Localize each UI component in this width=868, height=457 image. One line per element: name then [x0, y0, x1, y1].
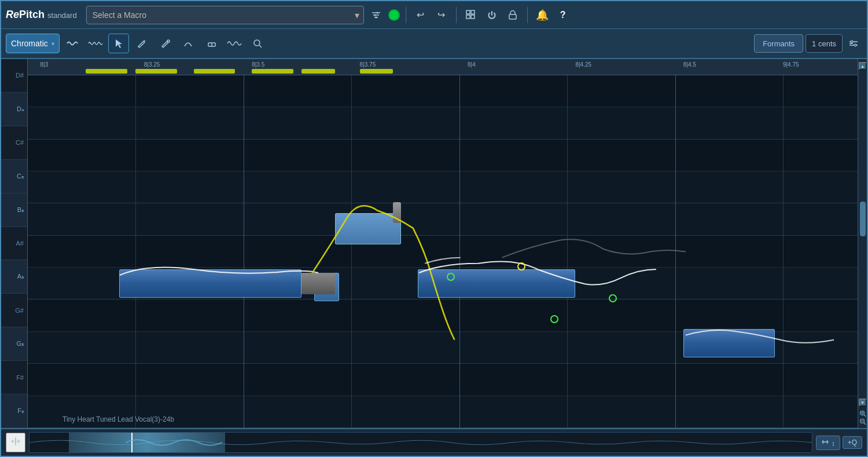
- piano-key-f3: F₃: [1, 394, 27, 428]
- timeline-marker-1: 8|3: [41, 61, 49, 68]
- undo-button[interactable]: ↩: [412, 6, 429, 24]
- timeline-highlight-6: [360, 69, 393, 74]
- waveform-strip[interactable]: [29, 432, 812, 453]
- divider-3: [527, 7, 528, 23]
- app-title: RePitch standard: [6, 9, 77, 21]
- pointer-tool-button[interactable]: [108, 34, 129, 53]
- search-button[interactable]: [247, 34, 268, 53]
- piano-key-fs: F#: [1, 361, 27, 394]
- scroll-thumb[interactable]: [860, 202, 866, 236]
- piano-key-as: A#: [1, 227, 27, 261]
- divider-1: [406, 7, 406, 23]
- scroll-down-button[interactable]: ▼: [859, 398, 867, 407]
- redo-button[interactable]: ↪: [433, 6, 450, 24]
- formants-button[interactable]: Formants: [754, 34, 803, 53]
- timeline-highlight-4: [252, 69, 293, 74]
- lock-button[interactable]: [504, 6, 521, 24]
- timeline: 8|3 8|3.25 8|3.5 8|3.75 8|4 8|4.25 8|4.5…: [28, 59, 858, 75]
- timeline-highlight-3: [194, 69, 236, 74]
- alert-button[interactable]: 🔔: [534, 6, 551, 24]
- curve-tool-button[interactable]: [178, 34, 198, 53]
- help-button[interactable]: ?: [554, 6, 572, 24]
- pencil-tool-button[interactable]: [131, 34, 152, 53]
- v-line-6: [675, 75, 676, 428]
- v-line-4: [459, 75, 460, 428]
- svg-rect-8: [466, 15, 470, 19]
- timeline-highlight-5: [301, 69, 334, 74]
- paint-tool-button[interactable]: [155, 34, 175, 53]
- v-line-3: [351, 75, 352, 428]
- note-4[interactable]: [418, 269, 575, 298]
- row-as: [28, 236, 858, 268]
- pitch-circle-green-3[interactable]: [609, 294, 617, 302]
- timeline-marker-2: 8|3.25: [144, 61, 160, 68]
- zoom-icon: [859, 410, 867, 418]
- extra-settings-button[interactable]: [845, 35, 862, 52]
- piano-key-b3: B₃: [1, 193, 27, 227]
- tune-handle-1[interactable]: [393, 202, 401, 223]
- divider-2: [456, 7, 457, 23]
- macro-select-wrapper: Select a Macro: [86, 6, 364, 24]
- timeline-marker-4: 8|3.75: [360, 61, 376, 68]
- svg-line-15: [259, 45, 262, 47]
- right-scrollbar[interactable]: ▲ ▼: [858, 59, 867, 428]
- main-area: D# D₄ C# C₃ B₃ A# A₃ G# G₃ F# F₃ 8|3 8|3…: [1, 59, 867, 428]
- zoom-minus-icon: [859, 418, 867, 426]
- svg-rect-10: [509, 14, 516, 19]
- svg-point-20: [854, 44, 856, 46]
- timeline-marker-3: 8|3.5: [252, 61, 264, 68]
- piano-key-a3: A₃: [1, 260, 27, 294]
- row-cs: [28, 140, 858, 171]
- piano-key-g3: G₃: [1, 327, 27, 361]
- waveform-svg: [30, 433, 812, 452]
- note-5[interactable]: [683, 329, 775, 357]
- scroll-up-button[interactable]: ▲: [859, 62, 867, 70]
- v-line-2: [244, 75, 244, 428]
- note-3[interactable]: [335, 213, 402, 245]
- row-ds: [28, 75, 858, 107]
- power-button[interactable]: [483, 6, 501, 24]
- piano-labels: D# D₄ C# C₃ B₃ A# A₃ G# G₃ F# F₃: [1, 59, 28, 428]
- chromatic-chevron: ▾: [52, 41, 54, 47]
- piano-key-c3: C₃: [1, 160, 27, 193]
- piano-key-ds: D#: [1, 59, 27, 93]
- cents-display: 1 cents: [806, 34, 843, 53]
- svg-line-26: [864, 423, 866, 425]
- row-d4: [28, 107, 858, 139]
- svg-rect-6: [466, 10, 470, 14]
- split-button[interactable]: [6, 433, 25, 452]
- chromatic-selector[interactable]: Chromatic ▾: [6, 34, 60, 53]
- row-c3: [28, 171, 858, 203]
- bottom-right-controls: ↕ +Q: [816, 436, 862, 450]
- row-b3: [28, 203, 858, 235]
- second-toolbar: Chromatic ▾: [1, 29, 867, 59]
- timeline-marker-5: 8|4: [468, 61, 476, 68]
- svg-rect-9: [471, 15, 475, 19]
- pitch-circle-yellow-1[interactable]: [517, 262, 525, 270]
- grid-button[interactable]: [462, 6, 480, 24]
- vibrato-button[interactable]: [85, 34, 106, 53]
- note-1[interactable]: [119, 269, 301, 298]
- piano-key-gs: G#: [1, 294, 27, 327]
- svg-point-5: [375, 16, 377, 18]
- wave-tool-button[interactable]: [224, 34, 245, 53]
- piano-key-cs: C#: [1, 126, 27, 160]
- svg-point-3: [376, 12, 378, 13]
- v-line-7: [783, 75, 784, 428]
- top-toolbar: RePitch standard Select a Macro ↩ ↪: [1, 1, 867, 29]
- filter-button[interactable]: [367, 6, 385, 24]
- zoom-in-button[interactable]: +Q: [843, 436, 862, 449]
- bottom-strip: ↕ +Q: [1, 428, 867, 456]
- timeline-highlight-2: [135, 69, 177, 74]
- eraser-tool-button[interactable]: [201, 34, 222, 53]
- piano-roll[interactable]: Tiny Heart Tuned Lead Vocal(3)-24b: [28, 75, 858, 428]
- svg-point-14: [254, 40, 260, 46]
- svg-point-19: [851, 41, 853, 43]
- zoom-fit-button[interactable]: ↕: [816, 436, 840, 450]
- v-line-5: [567, 75, 568, 428]
- gray-note-1[interactable]: [301, 273, 334, 294]
- timeline-marker-7: 8|4.5: [683, 61, 696, 68]
- macro-select[interactable]: Select a Macro: [86, 6, 364, 24]
- svg-rect-7: [471, 10, 475, 14]
- tune-mode-button[interactable]: [62, 34, 83, 53]
